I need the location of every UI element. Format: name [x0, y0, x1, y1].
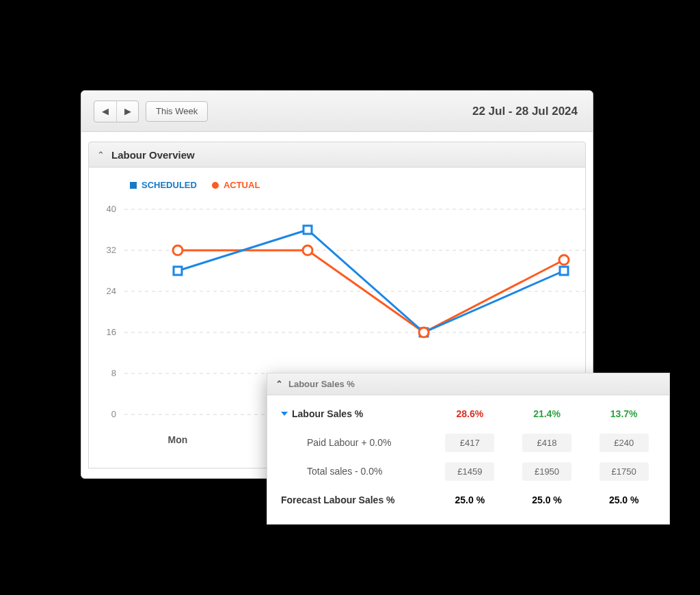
row-label: Total sales - 0.0%: [274, 466, 431, 477]
legend-actual-label: ACTUAL: [224, 180, 260, 190]
series-scheduled-line: [178, 230, 564, 332]
labour-sales-card: ⌃ Labour Sales % Labour Sales % 28.6% 21…: [267, 373, 670, 525]
next-button[interactable]: ▶: [116, 101, 138, 122]
section-title: Labour Overview: [111, 149, 195, 161]
cell: 13.7%: [585, 408, 662, 419]
circle-icon: [212, 182, 219, 189]
this-week-button[interactable]: This Week: [146, 101, 208, 122]
date-nav: ◀ ▶: [94, 101, 139, 122]
toolbar: ◀ ▶ This Week 22 Jul - 28 Jul 2024: [81, 91, 593, 132]
row-total-sales: Total sales - 0.0% £1459 £1950 £1750: [274, 457, 662, 486]
cell: 28.6%: [431, 408, 509, 419]
cell: £418: [509, 434, 586, 452]
point-scheduled: [304, 226, 312, 234]
overlay-title: Labour Sales %: [288, 379, 355, 389]
caret-down-icon: [281, 412, 288, 416]
prev-button[interactable]: ◀: [94, 101, 116, 122]
square-icon: [130, 182, 137, 189]
y-tick: 8: [111, 368, 116, 378]
section-header-labour-overview[interactable]: ⌃ Labour Overview: [88, 142, 586, 168]
chevron-up-icon: ⌃: [275, 379, 283, 389]
row-label: Forecast Labour Sales %: [274, 494, 431, 505]
row-labour-sales-pct[interactable]: Labour Sales % 28.6% 21.4% 13.7%: [274, 399, 662, 428]
x-tick: Mon: [168, 434, 188, 445]
this-week-label: This Week: [156, 106, 198, 116]
point-actual: [419, 328, 429, 337]
date-range: 22 Jul - 28 Jul 2024: [472, 105, 578, 118]
point-scheduled: [560, 267, 568, 275]
cell: £240: [585, 434, 662, 452]
chevron-up-icon: ⌃: [97, 150, 105, 160]
row-paid-labour: Paid Labour + 0.0% £417 £418 £240: [274, 428, 662, 457]
y-tick: 24: [107, 286, 116, 296]
y-tick: 0: [111, 409, 116, 419]
legend-item-actual[interactable]: ACTUAL: [212, 180, 260, 190]
legend-item-scheduled[interactable]: SCHEDULED: [130, 180, 197, 190]
legend: SCHEDULED ACTUAL: [130, 180, 578, 190]
overlay-body: Labour Sales % 28.6% 21.4% 13.7% Paid La…: [267, 395, 669, 524]
cell: £417: [431, 434, 509, 452]
cell: 25.0 %: [431, 494, 509, 505]
point-actual: [173, 246, 183, 255]
cell: 21.4%: [509, 408, 586, 419]
y-tick: 32: [107, 245, 116, 255]
legend-scheduled-label: SCHEDULED: [142, 180, 197, 190]
chevron-right-icon: ▶: [124, 106, 131, 116]
overlay-header[interactable]: ⌃ Labour Sales %: [267, 373, 669, 395]
cell: 25.0 %: [509, 494, 586, 505]
row-forecast: Forecast Labour Sales % 25.0 % 25.0 % 25…: [274, 486, 662, 514]
row-label-text: Labour Sales %: [292, 408, 363, 419]
y-tick: 16: [107, 327, 116, 337]
cell: £1459: [431, 462, 509, 481]
row-label: Labour Sales %: [274, 408, 431, 419]
chevron-left-icon: ◀: [102, 106, 109, 116]
cell: £1950: [509, 462, 586, 481]
cell: £1750: [585, 462, 662, 481]
point-actual: [303, 246, 312, 255]
cell: 25.0 %: [585, 494, 662, 505]
y-tick: 40: [107, 204, 116, 214]
point-scheduled: [174, 267, 182, 275]
point-actual: [559, 255, 569, 265]
row-label: Paid Labour + 0.0%: [274, 437, 431, 448]
